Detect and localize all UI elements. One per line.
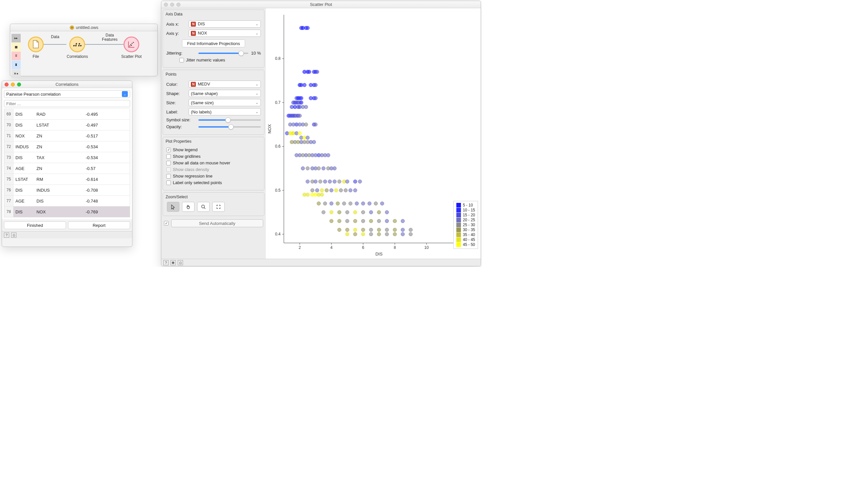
svg-point-120 [333,167,336,170]
svg-point-116 [317,167,321,170]
toolbox-model[interactable]: ♜ [11,60,21,69]
close-button[interactable] [5,83,8,86]
opacity-slider[interactable] [198,126,261,127]
legend-swatch [456,223,461,227]
zoom-button[interactable] [177,3,180,6]
scatterplot-title: Scatter Plot [310,2,332,7]
jitter-numeric-checkbox[interactable] [179,58,184,62]
svg-text:10: 10 [425,245,429,250]
svg-point-162 [337,210,341,214]
svg-point-181 [353,228,357,231]
table-row[interactable]: 71NOXZN-0.517 [4,130,130,141]
svg-point-179 [337,228,341,231]
show-hover-checkbox[interactable] [166,161,171,165]
svg-point-153 [342,202,346,205]
table-row[interactable]: 73DISTAX-0.534 [4,152,130,163]
chevron-down-icon: ⌄ [255,100,258,105]
svg-text:NOX: NOX [267,124,272,134]
axis-y-combo[interactable]: NNOX⌄ [189,30,261,37]
send-button: Send Automatically [171,219,263,227]
svg-point-150 [323,202,327,205]
correlations-title: Correlations [56,82,79,87]
node-correlations[interactable]: ⠴⠦ Correlations [67,36,88,59]
color-legend[interactable]: 5 - 1010 - 1515 - 2020 - 2525 - 3030 - 3… [454,201,478,249]
minimize-button[interactable] [170,3,174,6]
help-icon[interactable]: ? [163,260,168,265]
svg-point-191 [362,232,365,236]
show-gridlines-checkbox[interactable] [166,154,171,159]
svg-point-185 [385,228,389,231]
close-button[interactable] [164,3,168,6]
auto-send-checkbox[interactable] [164,221,168,226]
svg-point-113 [306,167,309,170]
svg-point-180 [346,228,349,231]
node-file[interactable]: File [28,36,44,59]
node-scatterplot[interactable]: Scatter Plot [121,36,142,59]
table-row[interactable]: 69DISRAD-0.495 [4,109,130,119]
svg-point-136 [325,189,329,192]
report-icon[interactable]: ◉ [170,260,176,265]
svg-point-137 [330,189,333,192]
select-tool[interactable] [167,202,179,212]
svg-point-145 [320,193,323,197]
report-button[interactable]: Report [68,221,130,229]
zoom-tool[interactable] [197,202,210,212]
svg-point-130 [346,180,349,183]
svg-text:0.8: 0.8 [275,56,281,61]
svg-point-176 [385,219,389,223]
pan-tool[interactable] [182,202,194,212]
svg-point-55 [314,96,317,100]
table-row[interactable]: 72INDUSZN-0.534 [4,141,130,152]
correlations-titlebar[interactable]: Correlations [2,81,132,88]
svg-point-178 [401,219,404,223]
svg-point-132 [358,180,362,183]
table-row[interactable]: 78DISNOX-0.769 [4,206,130,217]
svg-text:DIS: DIS [375,252,383,256]
shape-combo[interactable]: (Same shape)⌄ [189,90,261,97]
show-legend-checkbox[interactable] [166,148,171,152]
scatterplot-titlebar[interactable]: Scatter Plot [161,1,480,8]
method-dropdown[interactable]: Pairwise Pearson correlation ⌄ [4,90,130,98]
table-row[interactable]: 70DISLSTAT-0.497 [4,119,130,130]
find-projections-button[interactable]: Find Informative Projections [182,39,245,47]
table-row[interactable]: 77AGEDIS-0.748 [4,195,130,206]
color-combo[interactable]: NMEDV⌄ [189,81,261,88]
label-combo[interactable]: (No labels)⌄ [189,108,261,115]
toolbox-evaluate[interactable]: ✕● [11,69,21,78]
table-row[interactable]: 75LSTATRM-0.614 [4,174,130,185]
canvas-window: untitled.ows ▸▸ ▦ ⠿ ♜ ✕● File Data [10,24,158,76]
toolbox-data[interactable]: ▦ [11,43,21,51]
zoom-button[interactable] [17,83,21,86]
table-row[interactable]: 74AGEZN-0.57 [4,163,130,174]
label-selected-checkbox[interactable] [166,180,171,185]
symbol-size-slider[interactable] [198,119,261,121]
svg-point-67 [304,105,308,109]
toolbox-visualize[interactable]: ⠿ [11,52,21,60]
minimize-button[interactable] [11,83,15,86]
legend-swatch [456,213,461,217]
svg-point-156 [362,202,365,205]
size-combo[interactable]: (Same size)⌄ [189,99,261,106]
toolbox-expand[interactable]: ▸▸ [11,34,21,42]
table-row[interactable]: 76DISINDUS-0.708 [4,185,130,195]
reset-zoom-tool[interactable] [212,202,225,212]
svg-point-75 [298,114,302,117]
plot-area[interactable]: 246810120.40.50.60.70.8DISNOX 5 - 1010 -… [266,8,480,259]
svg-point-131 [353,180,357,183]
svg-point-125 [323,180,327,183]
filter-input[interactable] [4,100,130,107]
show-regression-checkbox[interactable] [166,174,171,178]
jitter-slider[interactable] [198,53,248,54]
svg-point-165 [362,210,365,214]
save-icon[interactable]: ⎙ [178,260,183,265]
svg-point-126 [328,180,332,183]
finished-button[interactable]: Finished [4,221,66,229]
save-icon[interactable]: ⎙ [11,232,17,238]
svg-point-196 [401,232,404,236]
axis-x-combo[interactable]: NDIS⌄ [189,20,261,28]
canvas-titlebar[interactable]: untitled.ows [10,24,157,31]
workflow-canvas[interactable]: File Data ⠴⠦ Correlations Data Features … [22,34,155,78]
svg-point-157 [368,202,371,205]
axis-data-group: Axis Data Axis x: NDIS⌄ Axis y: NNOX⌄ Fi… [163,9,265,68]
help-icon[interactable]: ? [4,232,9,238]
